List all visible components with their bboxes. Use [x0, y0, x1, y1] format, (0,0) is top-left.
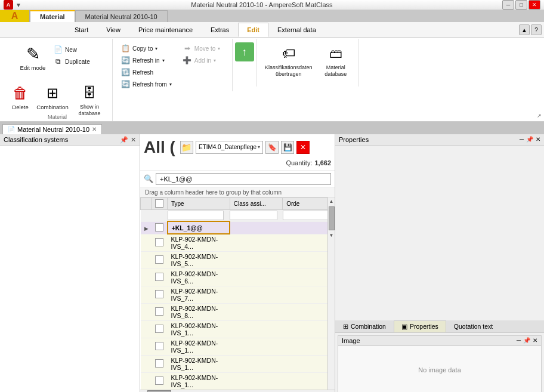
- filter-type-input[interactable]: [168, 211, 224, 220]
- tab-quotation[interactable]: Quotation text: [446, 320, 500, 332]
- combination-button[interactable]: ⊞ Combination: [35, 81, 70, 119]
- type-cell: KLP-902-KMDN-IVS_6...: [168, 269, 230, 286]
- refresh-in-icon: 🔄: [120, 55, 130, 65]
- row-checkbox[interactable]: [155, 223, 163, 232]
- filter-dropdown[interactable]: ETIM4.0_Datenpflege ▾: [196, 141, 263, 154]
- left-panel-close-button[interactable]: ✕: [131, 136, 136, 144]
- tab-view[interactable]: View: [97, 23, 129, 37]
- minimize-button[interactable]: ─: [502, 0, 514, 10]
- tab-price[interactable]: Price maintenance: [129, 23, 202, 37]
- type-cell: KLP-902-KMDN-IVS_1...: [168, 373, 230, 390]
- delete-button[interactable]: 🗑 Delete: [7, 81, 33, 119]
- table-row[interactable]: KLP-902-KMDN-IVS_5...: [141, 252, 335, 269]
- material-db-button[interactable]: 🗃 Material database: [318, 41, 354, 81]
- new-button[interactable]: 📄 New: [50, 44, 98, 55]
- scroll-thumb[interactable]: [329, 206, 335, 230]
- move-to-icon: ➡: [183, 44, 192, 53]
- save-icon-button[interactable]: 💾: [281, 141, 294, 154]
- expand-cell[interactable]: ▶: [141, 221, 152, 234]
- title-bar: A ▼ Material Neutral 2010-10 - AmpereSof…: [0, 0, 544, 10]
- table-row[interactable]: ▶ +KL_1@@: [141, 221, 335, 234]
- app-logo: A: [0, 10, 30, 22]
- duplicate-button[interactable]: ⧉ Duplicate: [50, 55, 98, 67]
- refresh-icon: 🔃: [120, 67, 130, 77]
- table-row[interactable]: KLP-902-KMDN-IVS_4...: [141, 234, 335, 252]
- row-checkbox[interactable]: [155, 342, 163, 350]
- tab-edit[interactable]: Edit: [238, 23, 268, 37]
- ribbon-help-button[interactable]: ?: [531, 24, 542, 35]
- filter-class-input[interactable]: [230, 211, 277, 220]
- all-label: All (: [144, 138, 175, 157]
- left-panel-title: Classification systems: [4, 136, 68, 143]
- row-checkbox[interactable]: [155, 290, 163, 298]
- horizontal-scrollbar[interactable]: ◀ ▶: [140, 390, 335, 392]
- doc-tab-close-button[interactable]: ✕: [92, 126, 97, 132]
- search-input[interactable]: [156, 173, 331, 185]
- doc-tab-neutral[interactable]: 📄 Material Neutral 2010-10 ✕: [2, 124, 102, 134]
- row-checkbox[interactable]: [155, 273, 163, 281]
- table-row[interactable]: KLP-902-KMDN-IVS_1...: [141, 373, 335, 390]
- refresh-in-button[interactable]: 🔄 Refresh in ▾: [118, 54, 175, 66]
- app-icon: A: [4, 0, 13, 10]
- material-db-icon: 🗃: [326, 44, 345, 63]
- data-table: Type Class assi... Orde: [140, 197, 335, 390]
- ribbon: Start View Price maintenance Extras Edit…: [0, 22, 544, 122]
- bookmark-icon-button[interactable]: 🔖: [265, 141, 279, 154]
- right-panel-close-button[interactable]: ✕: [536, 136, 540, 143]
- left-panel-pin-button[interactable]: 📌: [120, 136, 128, 144]
- table-scrollbar[interactable]: ▲ ▼: [327, 197, 335, 390]
- app-tab-neutral[interactable]: Material Neutral 2010-10: [75, 10, 168, 22]
- table-row[interactable]: KLP-902-KMDN-IVS_1...: [141, 356, 335, 373]
- add-in-button[interactable]: ➕ Add in ▾: [180, 54, 227, 66]
- row-checkbox[interactable]: [155, 307, 163, 316]
- close-button[interactable]: ✕: [528, 0, 540, 10]
- col-check-header: [152, 197, 168, 209]
- right-panel-pin-button[interactable]: 📌: [526, 136, 533, 143]
- col-class-header[interactable]: Class assi...: [230, 197, 282, 209]
- select-all-checkbox[interactable]: [155, 199, 163, 208]
- table-row[interactable]: KLP-902-KMDN-IVS_7...: [141, 286, 335, 304]
- properties-tab-icon: ▣: [401, 323, 407, 330]
- col-order-header[interactable]: Orde: [283, 197, 335, 209]
- tab-external[interactable]: External data: [268, 23, 325, 37]
- type-cell: KLP-902-KMDN-IVS_4...: [168, 234, 230, 252]
- app-tab-material[interactable]: Material: [30, 10, 75, 22]
- image-panel-pin-button[interactable]: 📌: [523, 337, 530, 344]
- row-checkbox[interactable]: [155, 325, 163, 333]
- tab-extras[interactable]: Extras: [202, 23, 238, 37]
- scroll-down-button[interactable]: ▼: [329, 232, 334, 239]
- move-to-button[interactable]: ➡ Move to ▾: [180, 42, 227, 54]
- classification-tree[interactable]: [0, 146, 140, 392]
- tab-start[interactable]: Start: [66, 23, 97, 37]
- data-table-container[interactable]: Type Class assi... Orde: [140, 197, 335, 390]
- dropdown-arrow-icon: ▾: [258, 144, 260, 150]
- row-checkbox[interactable]: [155, 376, 163, 385]
- tab-properties[interactable]: ▣ Properties: [394, 320, 446, 332]
- image-panel-close-button[interactable]: ✕: [533, 337, 537, 344]
- image-panel-minimize-button[interactable]: ─: [517, 337, 521, 344]
- klassifikation-button[interactable]: 🏷 Klassifikationsdaten übertragen: [262, 41, 316, 81]
- refresh-from-button[interactable]: 🔄 Refresh from ▾: [118, 78, 175, 90]
- col-type-header[interactable]: Type: [168, 197, 230, 209]
- ribbon-collapse-button[interactable]: ▲: [519, 24, 530, 35]
- scroll-up-button[interactable]: ▲: [329, 197, 334, 205]
- refresh-button[interactable]: 🔃 Refresh: [118, 66, 175, 78]
- table-row[interactable]: KLP-902-KMDN-IVS_1...: [141, 338, 335, 356]
- check-cell[interactable]: [152, 221, 168, 234]
- table-row[interactable]: KLP-902-KMDN-IVS_8...: [141, 304, 335, 321]
- ribbon-expand-icon[interactable]: ↗: [537, 113, 542, 119]
- edit-mode-button[interactable]: ✎ Edit mode: [17, 41, 49, 79]
- tab-combination[interactable]: ⊞ Combination: [335, 320, 394, 332]
- folder-icon-button[interactable]: 📁: [180, 141, 193, 154]
- right-panel-minimize-button[interactable]: ─: [520, 136, 524, 143]
- row-checkbox[interactable]: [155, 255, 163, 264]
- table-row[interactable]: KLP-902-KMDN-IVS_1...: [141, 321, 335, 338]
- restore-button[interactable]: □: [515, 0, 527, 10]
- cancel-icon-button[interactable]: ✕: [296, 141, 310, 154]
- row-checkbox[interactable]: [155, 359, 163, 368]
- filter-order-input[interactable]: [283, 211, 329, 220]
- table-row[interactable]: KLP-902-KMDN-IVS_6...: [141, 269, 335, 286]
- copy-to-button[interactable]: 📋 Copy to ▾: [118, 42, 175, 54]
- left-panel-header: Classification systems 📌 ✕: [0, 134, 140, 146]
- row-checkbox[interactable]: [155, 238, 163, 246]
